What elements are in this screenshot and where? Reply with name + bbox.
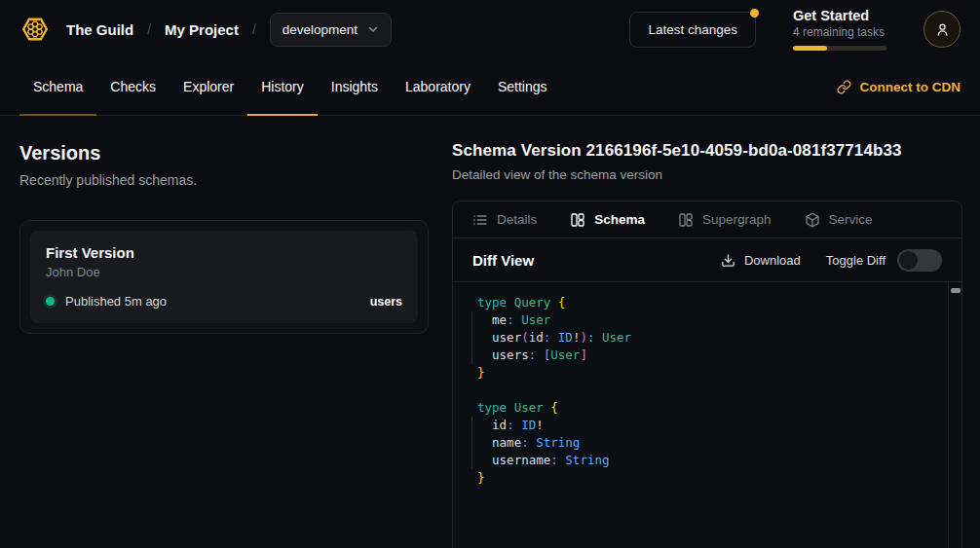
scrollbar-thumb[interactable] [951,288,961,293]
diff-view-header: Diff View Download Toggle Diff [453,238,961,282]
tab-laboratory[interactable]: Laboratory [392,58,484,115]
download-label: Download [744,253,801,268]
user-icon [934,21,951,38]
latest-changes-button[interactable]: Latest changes [629,12,756,48]
version-detail-card: DetailsSchemaSupergraphService Diff View… [452,201,962,548]
progress-fill [793,46,827,51]
breadcrumb-org[interactable]: The Guild [66,21,133,38]
tab-details[interactable]: Details [472,212,537,228]
get-started-subtitle: 4 remaining tasks [793,25,886,39]
version-card-inner: First Version John Doe Published 5m ago … [30,231,418,323]
diff-actions: Download Toggle Diff [721,249,942,272]
environment-select-value: development [283,22,358,37]
code-line: name: String [477,434,942,452]
download-icon [721,253,735,268]
diff-view-title: Diff View [472,252,534,269]
nav-tabs: SchemaChecksExplorerHistoryInsightsLabor… [19,58,561,115]
toggle-diff-label: Toggle Diff [826,253,886,268]
code-scrollbar[interactable] [948,282,961,548]
version-card[interactable]: First Version John Doe Published 5m ago … [19,220,429,334]
avatar[interactable] [923,11,961,48]
get-started-title: Get Started [793,8,886,23]
latest-changes-label: Latest changes [648,22,737,37]
schema-version-title: Schema Version 2166196f-5e10-4059-bd0a-0… [452,141,962,161]
indent-guide [471,311,472,364]
toggle-diff-switch[interactable] [897,249,942,272]
tab-schema[interactable]: Schema [570,212,645,228]
environment-select[interactable]: development [270,13,392,47]
breadcrumb-separator: / [147,21,151,37]
toggle-diff-group: Toggle Diff [826,249,942,272]
version-name: First Version [46,244,402,261]
code-block[interactable]: type Query { me: User user(id: ID!): Use… [453,282,961,548]
detail-tabs: DetailsSchemaSupergraphService [453,201,961,238]
published-status: Published 5m ago [65,294,167,309]
columns-icon [570,212,585,228]
toggle-knob [899,251,918,270]
target-nav: SchemaChecksExplorerHistoryInsightsLabor… [0,58,980,116]
version-status-row: Published 5m ago users [46,294,402,309]
notification-dot [750,9,759,18]
tab-checks[interactable]: Checks [96,58,170,115]
schema-version-subtitle: Detailed view of the schema version [452,167,962,182]
tab-label: Supergraph [702,212,772,227]
breadcrumb-project[interactable]: My Project [165,21,239,38]
columns-icon [678,212,694,228]
code-line [477,382,942,399]
code-lines: type Query { me: User user(id: ID!): Use… [477,294,942,487]
version-author: John Doe [46,265,402,279]
code-line: user(id: ID!): User [477,329,942,347]
header: The Guild / My Project / development Lat… [0,0,980,58]
code-line: id: ID! [477,417,942,434]
code-line: username: String [477,452,942,469]
list-icon [472,212,488,228]
hive-logo-icon[interactable] [19,14,51,45]
get-started-widget[interactable]: Get Started 4 remaining tasks [793,8,886,51]
tab-label: Service [829,212,873,227]
tab-explorer[interactable]: Explorer [170,58,247,115]
code-line: type Query { [477,294,942,311]
link-icon [837,80,851,94]
breadcrumb: The Guild / My Project / development [66,13,392,47]
tab-label: Schema [594,212,645,227]
get-started-progress [793,46,886,51]
code-line: } [477,364,942,382]
published-dot-icon [46,297,55,306]
chevron-down-icon [367,23,379,35]
indent-guide [471,417,472,469]
tab-history[interactable]: History [247,58,318,115]
download-button[interactable]: Download [721,253,801,268]
tab-supergraph[interactable]: Supergraph [678,212,772,228]
code-line: users: [User] [477,347,942,364]
tab-insights[interactable]: Insights [318,58,392,115]
schema-version-panel: Schema Version 2166196f-5e10-4059-bd0a-0… [452,116,962,548]
code-line: me: User [477,311,942,329]
connect-to-cdn-label: Connect to CDN [860,80,961,94]
connect-to-cdn-link[interactable]: Connect to CDN [837,58,961,115]
tab-schema[interactable]: Schema [19,58,96,115]
tab-service[interactable]: Service [805,212,873,228]
versions-subtitle: Recently published schemas. [19,172,429,188]
tab-label: Details [497,212,537,227]
header-right: Latest changes Get Started 4 remaining t… [629,8,961,51]
tab-settings[interactable]: Settings [484,58,561,115]
code-line: } [477,469,942,487]
cube-icon [805,212,820,228]
breadcrumb-separator: / [252,21,256,37]
versions-panel: Versions Recently published schemas. Fir… [0,116,448,334]
service-badge: users [370,295,402,309]
code-line: type User { [477,399,942,417]
versions-title: Versions [19,142,429,164]
